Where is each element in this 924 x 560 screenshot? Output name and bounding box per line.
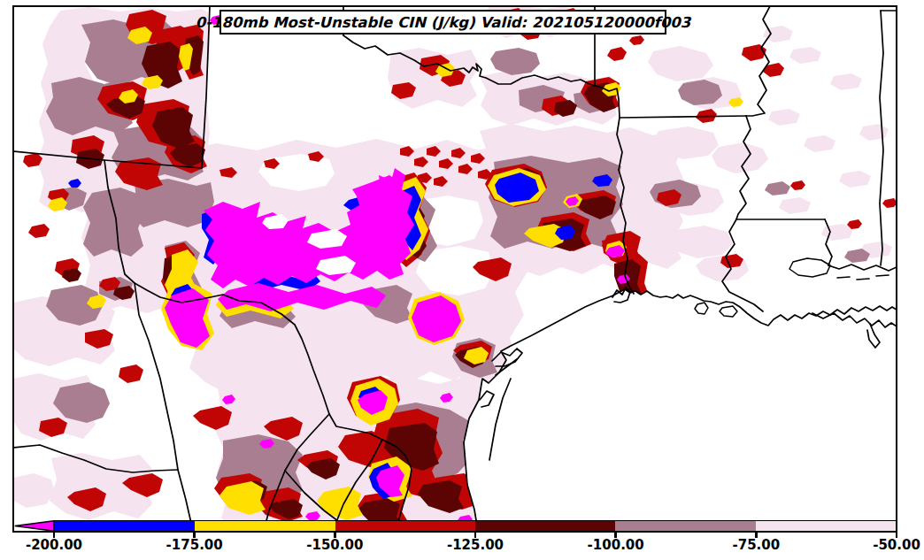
colorbar-segment xyxy=(475,521,615,531)
map-frame xyxy=(12,5,897,533)
colorbar-scale xyxy=(54,520,897,532)
colorbar-segment xyxy=(195,521,335,531)
colorbar: -200.00-175.00-150.00-125.00-100.00-75.0… xyxy=(14,520,897,556)
cin-contour-map xyxy=(14,7,896,531)
colorbar-segment xyxy=(756,521,896,531)
colorbar-segment xyxy=(335,521,475,531)
gulf-of-mexico-water xyxy=(464,289,896,531)
map-title-box: 0-180mb Most-Unstable CIN (J/kg) Valid: … xyxy=(219,10,666,35)
colorbar-tick-label: -75.00 xyxy=(732,537,780,553)
colorbar-underflow-arrow xyxy=(14,520,54,532)
map-title: 0-180mb Most-Unstable CIN (J/kg) Valid: … xyxy=(196,14,691,31)
weather-map-page: 0-180mb Most-Unstable CIN (J/kg) Valid: … xyxy=(0,0,924,560)
colorbar-segment xyxy=(55,521,195,531)
colorbar-tick-label: -50.00 xyxy=(873,537,920,553)
colorbar-tick-label: -150.00 xyxy=(306,537,363,553)
colorbar-tick-label: -175.00 xyxy=(166,537,223,553)
colorbar-segment xyxy=(615,521,755,531)
colorbar-tick-label: -100.00 xyxy=(588,537,644,553)
colorbar-tick-label: -200.00 xyxy=(26,537,82,553)
colorbar-tick-label: -125.00 xyxy=(447,537,504,553)
